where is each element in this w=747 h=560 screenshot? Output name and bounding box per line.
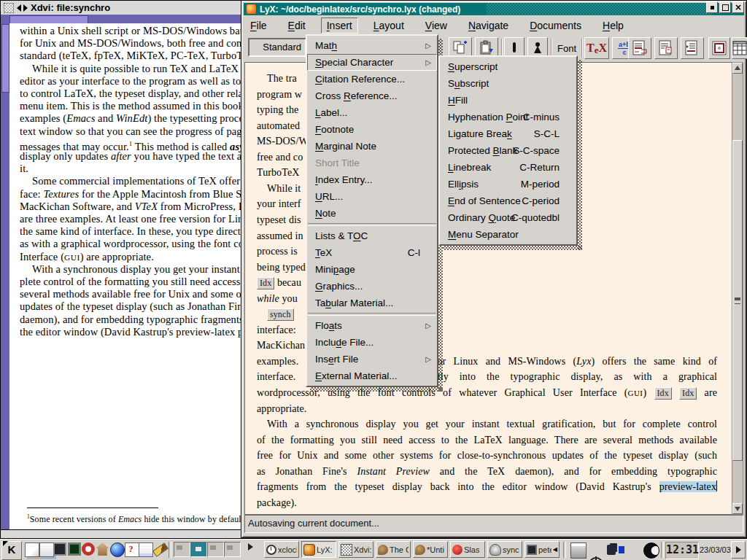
menu-item-hyphenation-point[interactable]: Hyphenation PointC-minus bbox=[440, 109, 576, 125]
task-button-lyx[interactable]: LyX: bbox=[301, 541, 336, 558]
lifesaver-icon[interactable] bbox=[82, 542, 95, 556]
menu-item-subscript[interactable]: Subscript bbox=[440, 75, 576, 92]
menu-item-label: Note bbox=[315, 208, 336, 219]
panel-extension-arrow-icon[interactable] bbox=[248, 543, 253, 551]
change-depth-button[interactable] bbox=[681, 37, 704, 59]
menu-item-ellipsis[interactable]: EllipsisM-period bbox=[440, 176, 576, 192]
globe-icon[interactable] bbox=[110, 542, 125, 557]
pager-desktop-4[interactable] bbox=[224, 542, 241, 557]
menu-item-footnote[interactable]: Footnote bbox=[307, 121, 437, 138]
notes-icon[interactable] bbox=[139, 542, 153, 557]
insert-table-button[interactable] bbox=[732, 37, 747, 59]
menu-item-end-of-sentence[interactable]: End of SentenceC-period bbox=[440, 192, 576, 209]
menu-item-hfill[interactable]: HFill bbox=[440, 92, 576, 109]
menubar-item-layout[interactable]: Layout bbox=[368, 18, 410, 34]
menu-item-protected-blank[interactable]: Protected BlankS-C-space bbox=[440, 142, 576, 159]
menu-item-url[interactable]: URL... bbox=[307, 188, 437, 205]
menu-item-math[interactable]: Math▷ bbox=[307, 37, 437, 54]
minimize-button[interactable] bbox=[706, 1, 718, 13]
page-text-line: updates of the typeset display (such as … bbox=[20, 300, 247, 313]
tex-mode-button[interactable]: TeX bbox=[584, 37, 609, 59]
menubar-item-insert[interactable]: Insert bbox=[321, 18, 358, 34]
printer-icon[interactable] bbox=[570, 542, 587, 559]
files-icon[interactable] bbox=[25, 542, 39, 557]
menubar-item-documents[interactable]: Documents bbox=[524, 18, 587, 34]
menu-item-graphics[interactable]: Graphics... bbox=[307, 278, 437, 295]
task-button-pete[interactable]: pete◀ bbox=[525, 541, 560, 558]
lyx-title: LyX: ~/doc/beginlatex/src/synchro.lyx (c… bbox=[260, 4, 460, 15]
stamp-icon[interactable] bbox=[39, 542, 54, 557]
idx-inset[interactable]: Idx bbox=[654, 387, 672, 400]
pager-desktop-1[interactable] bbox=[174, 542, 190, 557]
pager-desktop-3[interactable] bbox=[207, 542, 224, 557]
scrollbar-thumb[interactable] bbox=[732, 140, 743, 461]
synch-inset[interactable]: synch bbox=[267, 308, 294, 321]
menubar-item-navigate[interactable]: Navigate bbox=[462, 18, 514, 34]
task-button-slas[interactable]: Slas bbox=[450, 541, 485, 558]
menu-item-minipage[interactable]: Minipage bbox=[307, 261, 437, 278]
menu-item-insert-file[interactable]: Insert File▷ bbox=[307, 351, 437, 368]
menu-item-label: Superscript bbox=[448, 61, 498, 72]
document-scrollbar[interactable] bbox=[732, 62, 743, 515]
khelp-icon[interactable] bbox=[125, 542, 139, 557]
close-button[interactable] bbox=[732, 1, 744, 13]
insert-marginnote-button[interactable] bbox=[654, 37, 678, 59]
menu-item-special-character[interactable]: Special Character▷ bbox=[307, 54, 437, 71]
iconify-icon[interactable] bbox=[23, 4, 28, 12]
xdvi-titlebar[interactable]: Xdvi: file:synchro bbox=[1, 1, 248, 15]
pager-desktop-2[interactable] bbox=[190, 542, 207, 557]
menubar-item-help[interactable]: Help bbox=[597, 18, 630, 34]
scroll-down-button[interactable] bbox=[732, 503, 743, 514]
k-menu-button[interactable]: K bbox=[1, 541, 22, 560]
layout-combo[interactable]: Standard bbox=[248, 38, 306, 57]
text-run: Instant Preview bbox=[357, 466, 429, 477]
menu-item-tabular-material[interactable]: Tabular Material... bbox=[307, 295, 437, 311]
task-button-unti[interactable]: *Unti bbox=[413, 541, 448, 558]
menu-item-menu-separator[interactable]: Menu Separator bbox=[440, 226, 576, 243]
menu-item-linebreak[interactable]: LinebreakC-Return bbox=[440, 159, 576, 176]
iconify-icon[interactable] bbox=[17, 4, 21, 12]
menu-item-label[interactable]: Label... bbox=[307, 104, 437, 121]
menu-item-tex[interactable]: TeXC-l bbox=[307, 244, 437, 261]
menu-item-cross-reference[interactable]: Cross Reference... bbox=[307, 88, 437, 104]
task-label: The G bbox=[390, 545, 409, 554]
panel-hide-button[interactable] bbox=[731, 541, 746, 559]
menu-item-marginal-note[interactable]: Marginal Note bbox=[307, 138, 437, 155]
menu-item-ordinary-quote[interactable]: Ordinary QuoteC-quotedbl bbox=[440, 209, 576, 226]
task-button-theg[interactable]: The G bbox=[376, 541, 411, 558]
menubar-item-edit[interactable]: Edit bbox=[282, 18, 311, 34]
insert-footnote-button[interactable] bbox=[628, 37, 651, 59]
moon-icon[interactable] bbox=[643, 542, 659, 559]
panel-separator bbox=[661, 542, 664, 558]
xdvi-bottom-frame bbox=[1, 529, 248, 539]
text-run: from MicroPress, Inc bbox=[158, 201, 248, 212]
menu-item-note[interactable]: Note bbox=[307, 205, 437, 222]
lyx-titlebar[interactable]: LyX: ~/doc/beginlatex/src/synchro.lyx (c… bbox=[244, 3, 744, 15]
digital-clock[interactable]: 12:31 bbox=[665, 542, 699, 559]
menu-item-include-file[interactable]: Include File... bbox=[307, 334, 437, 351]
menu-item-superscript[interactable]: Superscript bbox=[440, 58, 576, 75]
menu-item-citation-reference[interactable]: Citation Reference... bbox=[307, 71, 437, 88]
plug-icon[interactable] bbox=[607, 545, 616, 555]
task-button-xclock[interactable]: xclock bbox=[264, 541, 299, 558]
idx-inset[interactable]: Idx bbox=[679, 387, 697, 400]
insert-figure-button[interactable] bbox=[708, 37, 730, 59]
task-button-xdvi[interactable]: Xdvi: bbox=[338, 541, 374, 558]
menubar-item-file[interactable]: File bbox=[244, 18, 273, 34]
terminal-icon[interactable] bbox=[68, 542, 81, 556]
power-icon[interactable] bbox=[589, 557, 603, 560]
menu-item-lists-toc[interactable]: Lists & TOC bbox=[307, 228, 437, 244]
menu-item-ligature-break[interactable]: Ligature BreakS-C-L bbox=[440, 125, 576, 142]
xdvi-vscroll-thumb[interactable] bbox=[1, 24, 9, 93]
menu-item-short-title[interactable]: Short Title bbox=[307, 155, 437, 171]
bird-icon bbox=[378, 545, 388, 555]
menu-item-index-entry[interactable]: Index Entry... bbox=[307, 171, 437, 188]
menubar-item-view[interactable]: View bbox=[419, 18, 453, 34]
maximize-button[interactable] bbox=[719, 1, 731, 13]
idx-inset[interactable]: Idx bbox=[257, 277, 274, 289]
menu-item-external-material[interactable]: External Material... bbox=[307, 368, 437, 384]
scroll-up-button[interactable] bbox=[732, 63, 743, 74]
menu-item-floats[interactable]: Floats▷ bbox=[307, 317, 437, 334]
task-button-sync[interactable]: sync bbox=[487, 541, 522, 558]
monitor-icon[interactable] bbox=[53, 542, 66, 556]
